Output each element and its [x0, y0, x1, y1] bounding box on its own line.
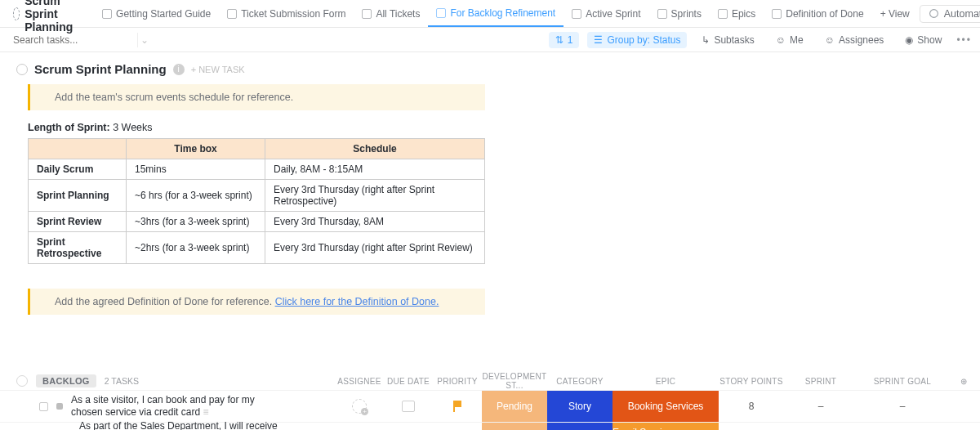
tab-all-tickets[interactable]: All Tickets [354, 0, 428, 27]
group-by[interactable]: ☰Group by: Status [587, 32, 687, 48]
select-checkbox[interactable] [39, 402, 48, 411]
people-icon: ☺ [825, 34, 835, 46]
col-dev[interactable]: DEVELOPMENT ST... [482, 372, 547, 390]
col-sprint[interactable]: SPRINT [784, 377, 858, 386]
td-timebox: ~6 hrs (for a 3-week sprint) [127, 180, 265, 212]
subtasks-toggle[interactable]: ↳Subtasks [695, 32, 760, 48]
tab-active-sprint[interactable]: Active Sprint [564, 0, 648, 27]
subtasks-icon: ↳ [702, 34, 710, 46]
col-epic[interactable]: EPIC [612, 377, 719, 386]
add-view-button[interactable]: + View [872, 0, 918, 27]
category-badge: Story [547, 423, 612, 430]
divider [137, 33, 138, 47]
top-right: Automate ⌄ Share [920, 5, 980, 23]
list-header: Scrum Sprint Planning i + NEW TASK [16, 62, 964, 76]
assignees-label: Assignees [839, 34, 884, 46]
info-icon[interactable]: i [173, 64, 185, 75]
cat-cell[interactable]: Story [547, 423, 612, 430]
table-row: Sprint Planning~6 hrs (for a 3-week spri… [29, 180, 485, 212]
col-goal[interactable]: SPRINT GOAL [858, 377, 947, 386]
content: Scrum Sprint Planning i + NEW TASK Add t… [0, 52, 980, 315]
td-timebox: 15mins [127, 159, 265, 180]
points-cell[interactable]: 5 [719, 423, 784, 430]
tab-epics[interactable]: Epics [710, 0, 764, 27]
td-name: Sprint Retrospective [29, 232, 127, 264]
tab-getting-started[interactable]: Getting Started Guide [94, 0, 219, 27]
tab-label: Getting Started Guide [116, 8, 211, 20]
callout-dod-text: Add the agreed Definition of Done for re… [55, 296, 275, 307]
task-title[interactable]: As part of the Sales Department, I will … [79, 417, 283, 431]
sprint-cell[interactable]: – [784, 423, 858, 430]
new-task-inline[interactable]: + NEW TASK [191, 65, 245, 74]
epic-cell[interactable]: Email Service Integration [612, 423, 719, 430]
task-row[interactable]: As part of the Sales Department, I will … [0, 422, 980, 430]
priority-cell[interactable] [433, 391, 482, 422]
group-icon: ☰ [594, 34, 603, 46]
td-name: Sprint Planning [29, 180, 127, 212]
space-title: Scrum Sprint Planning [24, 0, 79, 34]
chevron-down-icon[interactable]: ⌄ [140, 34, 149, 46]
filter-count[interactable]: ⇅1 [549, 32, 580, 48]
row-more[interactable]: ••• [947, 423, 980, 430]
status-chip-backlog[interactable]: BACKLOG [36, 374, 96, 387]
filter-icon: ⇅ [555, 34, 564, 46]
col-assignee[interactable]: ASSIGNEE [335, 377, 384, 386]
td-schedule: Daily, 8AM - 8:15AM [265, 159, 485, 180]
assignee-cell[interactable] [335, 423, 384, 430]
dod-link[interactable]: Click here for the Definition of Done. [275, 296, 439, 307]
tab-sprints[interactable]: Sprints [649, 0, 710, 27]
collapse-toggle[interactable] [16, 375, 28, 387]
tab-ticket-form[interactable]: Ticket Submission Form [219, 0, 354, 27]
category-badge: Story [547, 391, 612, 422]
space-button[interactable]: Scrum Sprint Planning [7, 0, 86, 37]
tab-definition-of-done[interactable]: Definition of Done [764, 0, 871, 27]
add-view-label: + View [880, 8, 910, 20]
goal-cell[interactable]: – [858, 391, 947, 422]
goal-cell[interactable]: – [858, 423, 947, 430]
sprint-cell[interactable]: – [784, 391, 858, 422]
th-schedule: Schedule [265, 139, 485, 159]
calendar-icon [402, 401, 415, 412]
td-schedule: Every 3rd Thursday, 8AM [265, 212, 485, 232]
col-priority[interactable]: PRIORITY [433, 377, 482, 386]
status-dot[interactable] [56, 403, 63, 410]
epic-badge: Email Service Integration [612, 423, 719, 430]
assignees-filter[interactable]: ☺Assignees [818, 32, 891, 48]
due-cell[interactable] [384, 423, 433, 430]
col-cat[interactable]: CATEGORY [547, 377, 612, 386]
collapse-toggle[interactable] [16, 64, 28, 75]
add-column[interactable]: ⊕ [947, 377, 980, 386]
th-blank [29, 139, 127, 159]
person-icon: ☺ [776, 34, 786, 46]
tab-backlog-refinement[interactable]: For Backlog Refinement [428, 0, 564, 27]
cat-cell[interactable]: Story [547, 391, 612, 422]
dev-cell[interactable]: Pending [482, 391, 547, 422]
doc-icon [102, 9, 112, 19]
show-toggle[interactable]: ◉Show [898, 32, 948, 48]
points-cell[interactable]: 8 [719, 391, 784, 422]
automate-button[interactable]: Automate ⌄ [920, 5, 980, 23]
assignee-cell[interactable] [335, 391, 384, 422]
column-headers: ASSIGNEE DUE DATE PRIORITY DEVELOPMENT S… [335, 372, 980, 390]
td-schedule: Every 3rd Thursday (right after Sprint R… [265, 180, 485, 212]
filter-right: ⇅1 ☰Group by: Status ↳Subtasks ☺Me ☺Assi… [549, 32, 972, 48]
col-due[interactable]: DUE DATE [384, 377, 433, 386]
due-cell[interactable] [384, 391, 433, 422]
list-icon [718, 9, 728, 19]
search-input[interactable] [13, 34, 136, 46]
me-filter[interactable]: ☺Me [769, 32, 810, 48]
table-row: Sprint Retrospective~2hrs (for a 3-week … [29, 232, 485, 264]
col-points[interactable]: STORY POINTS [719, 377, 784, 386]
tab-label: Definition of Done [786, 8, 863, 20]
assign-icon [352, 399, 367, 414]
page-title: Scrum Sprint Planning [34, 62, 167, 76]
task-cells: Pending Story Email Service Integration … [335, 423, 980, 430]
more-menu[interactable]: ••• [956, 34, 972, 46]
task-count: 2 TASKS [105, 376, 139, 386]
dev-cell[interactable]: Pending [482, 423, 547, 430]
search-wrap[interactable]: ⌄ [8, 34, 131, 46]
epic-cell[interactable]: Booking Services [612, 391, 719, 422]
group-by-label: Group by: Status [607, 34, 680, 46]
tab-label: Ticket Submission Form [241, 8, 345, 20]
priority-cell[interactable] [433, 423, 482, 430]
